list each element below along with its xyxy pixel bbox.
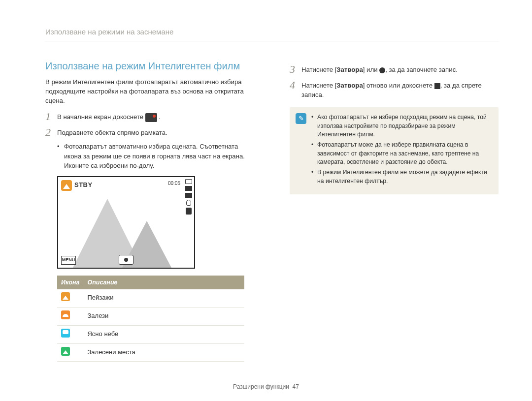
page-footer: Разширени функции 47 [0, 383, 532, 390]
step-2: 2 Подравнете обекта спрямо рамката. [45, 127, 254, 138]
camera-screen-preview: STBY 00:05 MENU [57, 176, 195, 269]
table-header-description: Описание [83, 276, 244, 289]
step-1: 1 В началния екран докоснете . [45, 111, 254, 122]
framerate-icon [185, 193, 192, 198]
scene-icons-table: Икона Описание Пейзажи Залези Ясно небе … [57, 276, 244, 362]
forest-icon [61, 347, 70, 356]
step1-suffix: . [159, 113, 161, 121]
row-label: Ясно небе [83, 325, 244, 343]
scene-badge: STBY [61, 180, 93, 191]
row-label: Залесени места [83, 343, 244, 362]
content-columns: Използване на режим Интелигентен филм В … [45, 59, 499, 362]
stby-label: STBY [74, 181, 93, 190]
note-list: •Ако фотоапаратът не избере подходящ реж… [311, 113, 492, 187]
row-label: Пейзажи [83, 289, 244, 307]
step-4: 4 Натиснете [Затвора] отново или докосне… [290, 80, 499, 99]
table-header-icon: Икона [57, 276, 83, 289]
right-column: 3 Натиснете [Затвора] или , за да започн… [290, 59, 499, 362]
step-number: 3 [290, 64, 301, 75]
step-number: 1 [45, 111, 57, 122]
note-item: В режим Интелигентен филм не можете да з… [317, 168, 492, 185]
record-dot-icon [379, 67, 385, 73]
step2-text: Подравнете обекта спрямо рамката. [57, 127, 167, 138]
step1-text: В началния екран докоснете [57, 113, 143, 121]
note-item: Ако фотоапаратът не избере подходящ режи… [317, 113, 492, 139]
landscape-icon [61, 180, 72, 191]
shutter-label: Затвора [336, 66, 363, 73]
table-row: Залесени места [57, 343, 244, 362]
landscape-icon [61, 292, 70, 301]
step-3: 3 Натиснете [Затвора] или , за да започн… [290, 64, 499, 75]
note-item: Фотоапаратът може да не избере правилнат… [317, 141, 492, 166]
record-button[interactable] [119, 255, 133, 265]
left-column: Използване на режим Интелигентен филм В … [45, 59, 254, 362]
step-number: 2 [45, 127, 57, 138]
resolution-icon [185, 186, 192, 191]
step2-sublist: • Фотоапаратът автоматично избира сценат… [57, 142, 254, 170]
table-row: Ясно небе [57, 325, 244, 343]
page-header: Използване на режими на заснемане [45, 28, 499, 41]
smart-movie-mode-icon [145, 113, 157, 122]
status-strip [185, 179, 192, 215]
step-number: 4 [290, 80, 301, 99]
stabilizer-icon [186, 208, 192, 215]
step2-bullet-text: Фотоапаратът автоматично избира сцената.… [64, 142, 254, 170]
intro-paragraph: В режим Интелигентен филм фотоапаратът а… [45, 77, 254, 105]
footer-page-number: 47 [293, 383, 299, 390]
footer-section: Разширени функции [233, 383, 289, 390]
table-row: Пейзажи [57, 289, 244, 307]
sunset-icon [61, 310, 70, 319]
shutter-label: Затвора [336, 82, 363, 89]
microphone-icon [186, 200, 191, 206]
timer-label: 00:05 [168, 180, 180, 187]
info-icon: ✎ [296, 113, 306, 124]
section-title: Използване на режим Интелигентен филм [45, 59, 254, 73]
table-row: Залези [57, 307, 244, 325]
note-box: ✎ •Ако фотоапаратът не избере подходящ р… [290, 107, 499, 194]
clear-sky-icon [61, 329, 70, 338]
row-label: Залези [83, 307, 244, 325]
bullet-dot: • [57, 142, 64, 170]
menu-button[interactable]: MENU [61, 256, 76, 265]
stop-square-icon [434, 83, 440, 89]
battery-icon [185, 179, 192, 184]
